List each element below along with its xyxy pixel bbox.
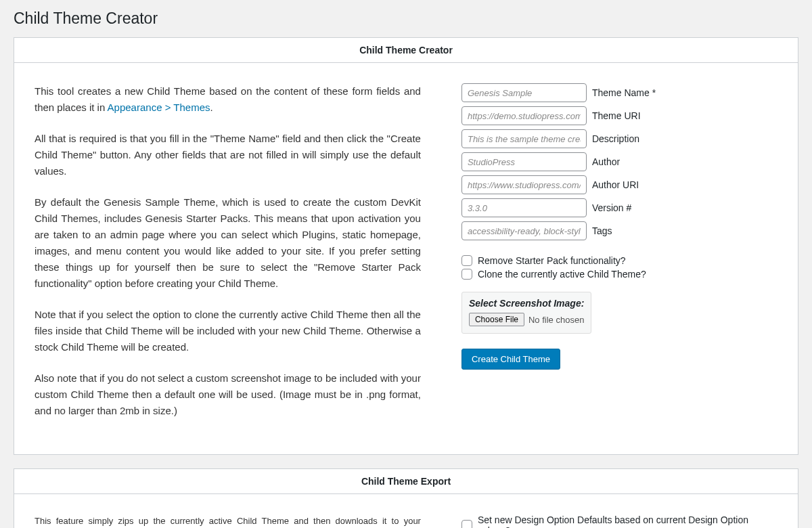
author-uri-label: Author URI [592,179,639,190]
intro-para-2: All that is required is that you fill in… [35,131,421,179]
export-desc-text: This feature simply zips up the currentl… [35,514,421,528]
intro-para-4: Note that if you select the option to cl… [35,307,421,355]
remove-starter-label: Remove Starter Pack functionality? [478,255,626,266]
appearance-themes-link[interactable]: Appearance > Themes [108,102,210,113]
creator-description: This tool creates a new Child Theme base… [35,83,421,434]
set-defaults-label: Set new Design Option Defaults based on … [478,514,777,528]
clone-theme-checkbox[interactable] [461,269,472,280]
creator-panel-header: Child Theme Creator [14,38,798,63]
author-uri-input[interactable] [461,175,587,194]
file-status: No file chosen [528,315,584,325]
export-panel: Child Theme Export This feature simply z… [14,468,798,528]
theme-name-label: Theme Name * [592,87,656,98]
intro-text: This tool creates a new Child Theme base… [35,85,421,113]
set-defaults-checkbox[interactable] [461,520,472,528]
author-input[interactable] [461,152,587,171]
clone-theme-label: Clone the currently active Child Theme? [478,269,646,280]
description-label: Description [592,133,639,144]
export-description: This feature simply zips up the currentl… [35,514,421,528]
creator-panel: Child Theme Creator This tool creates a … [14,37,798,455]
remove-starter-checkbox[interactable] [461,255,472,266]
author-label: Author [592,156,620,167]
description-input[interactable] [461,129,587,148]
tags-input[interactable] [461,221,587,240]
version-label: Version # [592,202,631,213]
export-panel-header: Child Theme Export [14,469,798,494]
intro-para-3: By default the Genesis Sample Theme, whi… [35,194,421,292]
page-title: Child Theme Creator [14,0,798,37]
creator-form: Theme Name * Theme URI Description Autho… [461,83,777,434]
theme-name-input[interactable] [461,83,587,102]
intro-para-5: Also note that if you do not select a cu… [35,370,421,419]
screenshot-box: Select Screenshot Image: Choose File No … [461,292,591,334]
version-input[interactable] [461,198,587,217]
screenshot-title: Select Screenshot Image: [469,298,584,309]
theme-uri-input[interactable] [461,106,587,125]
choose-file-button[interactable]: Choose File [469,313,524,326]
theme-uri-label: Theme URI [592,110,641,121]
tags-label: Tags [592,225,612,236]
create-child-theme-button[interactable]: Create Child Theme [461,349,560,370]
